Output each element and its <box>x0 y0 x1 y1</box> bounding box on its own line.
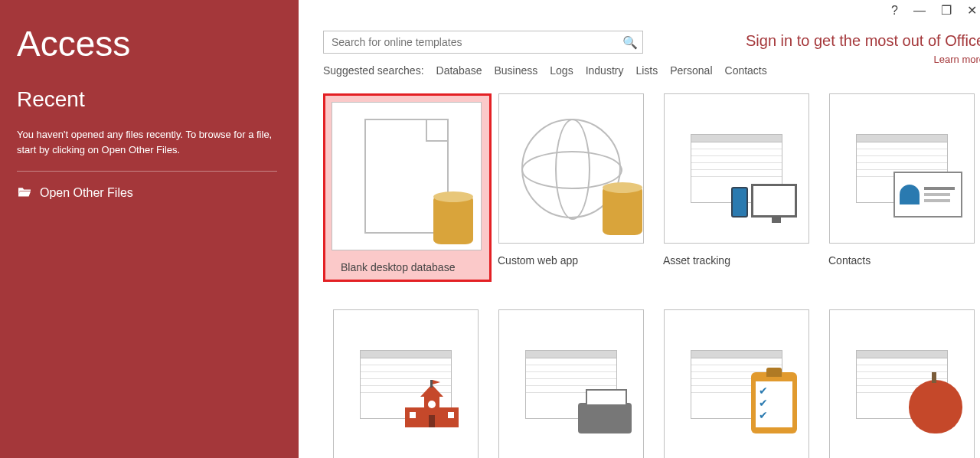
contact-card-icon <box>893 172 962 218</box>
minimize-button[interactable]: — <box>913 4 926 18</box>
template-thumb <box>829 309 975 458</box>
table-icon <box>691 134 782 203</box>
open-other-files-button[interactable]: Open Other Files <box>17 185 282 201</box>
learn-more-link[interactable]: Learn more <box>746 54 980 67</box>
sidebar: Access Recent You haven't opened any fil… <box>0 0 299 458</box>
person-icon <box>900 185 920 204</box>
template-label: Blank desktop database <box>332 261 483 273</box>
suggested-link-lists[interactable]: Lists <box>635 64 658 77</box>
svg-point-5 <box>428 401 436 408</box>
search-icon[interactable]: 🔍 <box>622 35 638 50</box>
suggested-link-personal[interactable]: Personal <box>670 64 712 77</box>
template-thumb: ✔ ✔ ✔ <box>664 309 809 458</box>
template-contacts[interactable]: Contacts <box>819 93 980 282</box>
table-icon <box>856 134 948 203</box>
template-label: Asset tracking <box>654 254 819 267</box>
svg-rect-6 <box>410 412 416 418</box>
sign-in-text: Sign in to get the most out of Office <box>746 32 980 49</box>
template-thumb <box>498 93 644 244</box>
close-button[interactable]: ✕ <box>967 3 977 18</box>
search-input[interactable] <box>332 36 622 48</box>
apple-icon <box>909 380 962 433</box>
phone-icon <box>731 187 748 218</box>
table-icon <box>360 350 452 419</box>
monitor-icon <box>751 184 797 218</box>
template-thumb <box>664 93 809 244</box>
template-custom-web-app[interactable]: Custom web app <box>488 93 654 282</box>
template-task-management[interactable]: ✔ ✔ ✔ Task management <box>654 309 819 458</box>
template-blank-desktop-database[interactable]: Blank desktop database <box>323 93 492 282</box>
open-other-files-label: Open Other Files <box>40 186 133 200</box>
table-icon: ✔ ✔ ✔ <box>691 350 782 419</box>
school-icon <box>397 377 466 433</box>
suggested-link-industry[interactable]: Industry <box>586 64 624 77</box>
svg-rect-8 <box>429 415 435 427</box>
svg-marker-4 <box>433 380 440 384</box>
sign-in-prompt[interactable]: Sign in to get the most out of Office Le… <box>746 31 980 67</box>
suggested-label: Suggested searches: <box>323 64 424 77</box>
clipboard-icon: ✔ ✔ ✔ <box>751 372 797 433</box>
template-thumb <box>333 309 479 458</box>
suggested-link-logs[interactable]: Logs <box>550 64 573 77</box>
svg-rect-3 <box>430 380 433 388</box>
table-icon <box>856 350 948 419</box>
template-label: Contacts <box>819 254 980 267</box>
template-thumb <box>829 93 975 244</box>
template-asset-tracking[interactable]: Asset tracking <box>654 93 819 282</box>
template-label: Custom web app <box>488 254 654 267</box>
recent-message: You haven't opened any files recently. T… <box>17 127 277 157</box>
help-button[interactable]: ? <box>891 4 898 18</box>
main-area: ? — ❐ ✕ Sign in to get the most out of O… <box>299 0 980 458</box>
window-controls: ? — ❐ ✕ <box>891 3 977 18</box>
template-thumb <box>332 102 482 250</box>
template-thumb <box>498 309 644 458</box>
template-nutrition-tracking[interactable]: Nutrition tracking <box>819 309 980 458</box>
app-title: Access <box>17 23 282 64</box>
search-box[interactable]: 🔍 <box>323 31 643 54</box>
divider <box>17 171 277 172</box>
template-grid: Blank desktop database Custom web app <box>323 93 980 458</box>
recent-heading: Recent <box>17 87 282 112</box>
printer-icon <box>578 403 632 433</box>
suggested-link-business[interactable]: Business <box>494 64 537 77</box>
restore-button[interactable]: ❐ <box>941 3 952 18</box>
database-cylinder-icon <box>603 186 642 235</box>
database-cylinder-icon <box>433 195 473 244</box>
suggested-link-database[interactable]: Database <box>436 64 482 77</box>
table-icon <box>525 350 617 419</box>
folder-open-icon <box>17 185 32 201</box>
template-students[interactable]: Students <box>323 309 488 458</box>
template-event-management[interactable]: Event management <box>488 309 654 458</box>
svg-rect-7 <box>448 412 454 418</box>
